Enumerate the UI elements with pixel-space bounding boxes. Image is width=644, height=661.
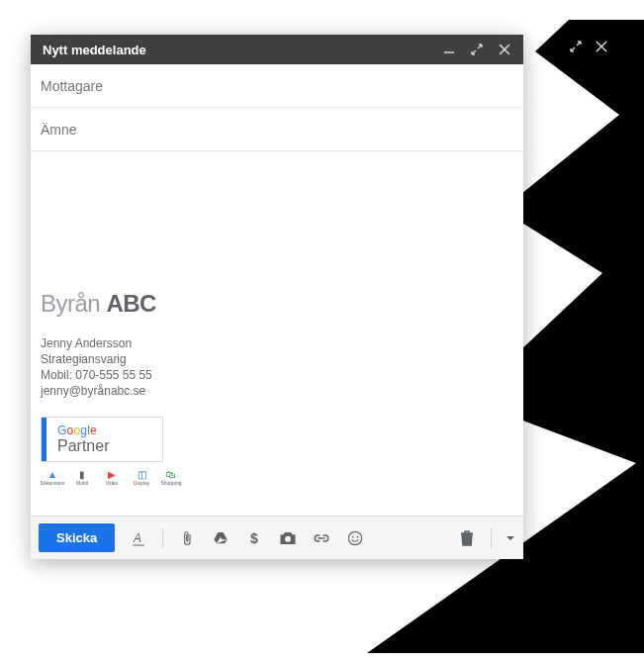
subject-row[interactable] — [31, 108, 523, 151]
recipients-row[interactable] — [31, 64, 523, 108]
google-word: Google — [49, 424, 154, 437]
drive-icon[interactable] — [211, 528, 230, 548]
window-title: Nytt meddelande — [43, 43, 146, 57]
dollar-icon[interactable]: $ — [244, 528, 264, 548]
signature-email: jenny@byrånabc.se — [41, 383, 513, 399]
camera-icon[interactable] — [278, 528, 298, 548]
recipients-input[interactable] — [41, 78, 513, 94]
close-icon[interactable] — [498, 43, 511, 56]
emoji-icon[interactable] — [345, 528, 365, 548]
subject-input[interactable] — [41, 122, 513, 138]
window-controls — [442, 43, 511, 56]
divider — [162, 528, 163, 548]
partner-word: Partner — [49, 437, 154, 455]
link-icon[interactable] — [312, 528, 331, 548]
format-underline-a-icon[interactable]: A — [129, 528, 148, 548]
svg-point-7 — [357, 535, 359, 537]
company-logo-text: Byrån ABC — [41, 290, 513, 318]
specializations-row: ▲Sökannons ▮Mobil ▶Video ◫Display 🛍Shopp… — [41, 468, 513, 486]
send-button[interactable]: Skicka — [39, 523, 115, 552]
spec-search: ▲Sökannons — [43, 468, 62, 486]
signature-phone: Mobil: 070-555 55 55 — [41, 367, 513, 383]
spec-mobile: ▮Mobil — [72, 468, 92, 486]
close-icon[interactable] — [595, 40, 608, 53]
attachment-icon[interactable] — [177, 528, 197, 548]
message-body[interactable]: Byrån ABC Jenny Andersson Strategiansvar… — [31, 151, 523, 516]
svg-text:$: $ — [250, 530, 258, 546]
trash-icon[interactable] — [457, 528, 477, 548]
caret-down-icon[interactable] — [506, 528, 515, 548]
svg-text:A: A — [133, 531, 141, 545]
signature-role: Strategiansvarig — [41, 351, 513, 367]
email-signature: Byrån ABC Jenny Andersson Strategiansvar… — [41, 290, 513, 486]
titlebar[interactable]: Nytt meddelande — [31, 35, 523, 64]
spec-display: ◫Display — [132, 468, 151, 486]
signature-name: Jenny Andersson — [41, 335, 513, 351]
expand-icon[interactable] — [470, 43, 484, 56]
divider — [491, 528, 492, 548]
compose-window: Nytt meddelande Byrån ABC Jenny Andersso — [31, 35, 523, 559]
svg-point-5 — [349, 531, 362, 544]
company-prefix: Byrån — [41, 290, 100, 317]
spec-shopping: 🛍Shopping — [161, 468, 181, 486]
compose-toolbar: Skicka A $ — [31, 516, 523, 559]
background-window-controls — [569, 40, 608, 53]
company-bold: ABC — [106, 290, 156, 317]
google-partner-badge: Google Partner — [41, 417, 163, 462]
svg-point-4 — [285, 535, 291, 541]
spec-video: ▶Video — [102, 468, 122, 486]
svg-point-6 — [352, 535, 354, 537]
expand-icon[interactable] — [569, 40, 583, 53]
minimize-icon[interactable] — [442, 43, 456, 56]
